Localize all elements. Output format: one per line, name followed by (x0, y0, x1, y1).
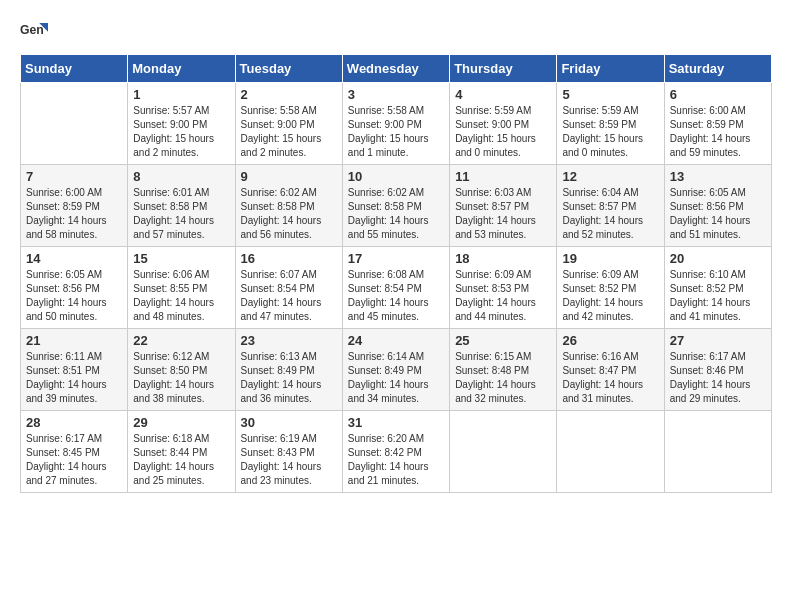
col-header-monday: Monday (128, 55, 235, 83)
day-cell: 1Sunrise: 5:57 AM Sunset: 9:00 PM Daylig… (128, 83, 235, 165)
day-cell: 2Sunrise: 5:58 AM Sunset: 9:00 PM Daylig… (235, 83, 342, 165)
day-number: 4 (455, 87, 551, 102)
day-info: Sunrise: 5:58 AM Sunset: 9:00 PM Dayligh… (348, 104, 444, 160)
day-number: 6 (670, 87, 766, 102)
day-number: 30 (241, 415, 337, 430)
day-cell: 31Sunrise: 6:20 AM Sunset: 8:42 PM Dayli… (342, 411, 449, 493)
day-cell: 12Sunrise: 6:04 AM Sunset: 8:57 PM Dayli… (557, 165, 664, 247)
day-number: 2 (241, 87, 337, 102)
day-cell: 20Sunrise: 6:10 AM Sunset: 8:52 PM Dayli… (664, 247, 771, 329)
day-cell: 5Sunrise: 5:59 AM Sunset: 8:59 PM Daylig… (557, 83, 664, 165)
day-number: 9 (241, 169, 337, 184)
day-info: Sunrise: 6:05 AM Sunset: 8:56 PM Dayligh… (670, 186, 766, 242)
day-info: Sunrise: 6:17 AM Sunset: 8:45 PM Dayligh… (26, 432, 122, 488)
day-number: 3 (348, 87, 444, 102)
col-header-friday: Friday (557, 55, 664, 83)
day-cell: 19Sunrise: 6:09 AM Sunset: 8:52 PM Dayli… (557, 247, 664, 329)
col-header-sunday: Sunday (21, 55, 128, 83)
day-cell: 25Sunrise: 6:15 AM Sunset: 8:48 PM Dayli… (450, 329, 557, 411)
day-info: Sunrise: 5:59 AM Sunset: 8:59 PM Dayligh… (562, 104, 658, 160)
day-cell: 17Sunrise: 6:08 AM Sunset: 8:54 PM Dayli… (342, 247, 449, 329)
day-number: 28 (26, 415, 122, 430)
day-cell (450, 411, 557, 493)
day-cell: 24Sunrise: 6:14 AM Sunset: 8:49 PM Dayli… (342, 329, 449, 411)
day-cell: 9Sunrise: 6:02 AM Sunset: 8:58 PM Daylig… (235, 165, 342, 247)
day-number: 29 (133, 415, 229, 430)
day-info: Sunrise: 5:59 AM Sunset: 9:00 PM Dayligh… (455, 104, 551, 160)
day-cell: 22Sunrise: 6:12 AM Sunset: 8:50 PM Dayli… (128, 329, 235, 411)
day-info: Sunrise: 6:02 AM Sunset: 8:58 PM Dayligh… (348, 186, 444, 242)
day-number: 1 (133, 87, 229, 102)
day-cell: 30Sunrise: 6:19 AM Sunset: 8:43 PM Dayli… (235, 411, 342, 493)
day-cell: 6Sunrise: 6:00 AM Sunset: 8:59 PM Daylig… (664, 83, 771, 165)
day-number: 14 (26, 251, 122, 266)
day-info: Sunrise: 6:10 AM Sunset: 8:52 PM Dayligh… (670, 268, 766, 324)
day-number: 26 (562, 333, 658, 348)
day-cell: 15Sunrise: 6:06 AM Sunset: 8:55 PM Dayli… (128, 247, 235, 329)
col-header-wednesday: Wednesday (342, 55, 449, 83)
day-number: 19 (562, 251, 658, 266)
day-cell: 27Sunrise: 6:17 AM Sunset: 8:46 PM Dayli… (664, 329, 771, 411)
day-info: Sunrise: 6:00 AM Sunset: 8:59 PM Dayligh… (670, 104, 766, 160)
day-cell: 10Sunrise: 6:02 AM Sunset: 8:58 PM Dayli… (342, 165, 449, 247)
header: Gen (20, 16, 772, 44)
day-cell: 28Sunrise: 6:17 AM Sunset: 8:45 PM Dayli… (21, 411, 128, 493)
day-info: Sunrise: 6:20 AM Sunset: 8:42 PM Dayligh… (348, 432, 444, 488)
day-cell: 18Sunrise: 6:09 AM Sunset: 8:53 PM Dayli… (450, 247, 557, 329)
day-info: Sunrise: 6:09 AM Sunset: 8:53 PM Dayligh… (455, 268, 551, 324)
day-cell: 14Sunrise: 6:05 AM Sunset: 8:56 PM Dayli… (21, 247, 128, 329)
col-header-tuesday: Tuesday (235, 55, 342, 83)
week-row-2: 7Sunrise: 6:00 AM Sunset: 8:59 PM Daylig… (21, 165, 772, 247)
day-info: Sunrise: 6:09 AM Sunset: 8:52 PM Dayligh… (562, 268, 658, 324)
day-cell: 4Sunrise: 5:59 AM Sunset: 9:00 PM Daylig… (450, 83, 557, 165)
day-info: Sunrise: 6:06 AM Sunset: 8:55 PM Dayligh… (133, 268, 229, 324)
day-info: Sunrise: 5:58 AM Sunset: 9:00 PM Dayligh… (241, 104, 337, 160)
day-number: 24 (348, 333, 444, 348)
day-number: 10 (348, 169, 444, 184)
day-cell: 7Sunrise: 6:00 AM Sunset: 8:59 PM Daylig… (21, 165, 128, 247)
day-info: Sunrise: 6:07 AM Sunset: 8:54 PM Dayligh… (241, 268, 337, 324)
day-info: Sunrise: 5:57 AM Sunset: 9:00 PM Dayligh… (133, 104, 229, 160)
day-number: 20 (670, 251, 766, 266)
calendar-table: SundayMondayTuesdayWednesdayThursdayFrid… (20, 54, 772, 493)
svg-text:Gen: Gen (20, 23, 44, 37)
day-cell: 13Sunrise: 6:05 AM Sunset: 8:56 PM Dayli… (664, 165, 771, 247)
day-cell: 29Sunrise: 6:18 AM Sunset: 8:44 PM Dayli… (128, 411, 235, 493)
col-header-saturday: Saturday (664, 55, 771, 83)
day-info: Sunrise: 6:15 AM Sunset: 8:48 PM Dayligh… (455, 350, 551, 406)
day-info: Sunrise: 6:05 AM Sunset: 8:56 PM Dayligh… (26, 268, 122, 324)
day-info: Sunrise: 6:18 AM Sunset: 8:44 PM Dayligh… (133, 432, 229, 488)
day-info: Sunrise: 6:00 AM Sunset: 8:59 PM Dayligh… (26, 186, 122, 242)
day-info: Sunrise: 6:13 AM Sunset: 8:49 PM Dayligh… (241, 350, 337, 406)
day-cell (21, 83, 128, 165)
day-number: 5 (562, 87, 658, 102)
day-cell (664, 411, 771, 493)
header-row: SundayMondayTuesdayWednesdayThursdayFrid… (21, 55, 772, 83)
day-number: 13 (670, 169, 766, 184)
day-number: 21 (26, 333, 122, 348)
day-number: 7 (26, 169, 122, 184)
day-info: Sunrise: 6:02 AM Sunset: 8:58 PM Dayligh… (241, 186, 337, 242)
logo-icon: Gen (20, 16, 48, 44)
day-number: 8 (133, 169, 229, 184)
day-cell: 8Sunrise: 6:01 AM Sunset: 8:58 PM Daylig… (128, 165, 235, 247)
day-number: 22 (133, 333, 229, 348)
day-info: Sunrise: 6:03 AM Sunset: 8:57 PM Dayligh… (455, 186, 551, 242)
day-number: 27 (670, 333, 766, 348)
day-cell: 16Sunrise: 6:07 AM Sunset: 8:54 PM Dayli… (235, 247, 342, 329)
day-number: 11 (455, 169, 551, 184)
day-info: Sunrise: 6:14 AM Sunset: 8:49 PM Dayligh… (348, 350, 444, 406)
day-info: Sunrise: 6:19 AM Sunset: 8:43 PM Dayligh… (241, 432, 337, 488)
day-number: 25 (455, 333, 551, 348)
day-cell: 26Sunrise: 6:16 AM Sunset: 8:47 PM Dayli… (557, 329, 664, 411)
day-info: Sunrise: 6:12 AM Sunset: 8:50 PM Dayligh… (133, 350, 229, 406)
day-info: Sunrise: 6:16 AM Sunset: 8:47 PM Dayligh… (562, 350, 658, 406)
day-number: 12 (562, 169, 658, 184)
week-row-5: 28Sunrise: 6:17 AM Sunset: 8:45 PM Dayli… (21, 411, 772, 493)
day-cell: 21Sunrise: 6:11 AM Sunset: 8:51 PM Dayli… (21, 329, 128, 411)
day-number: 18 (455, 251, 551, 266)
week-row-1: 1Sunrise: 5:57 AM Sunset: 9:00 PM Daylig… (21, 83, 772, 165)
day-number: 16 (241, 251, 337, 266)
day-cell: 3Sunrise: 5:58 AM Sunset: 9:00 PM Daylig… (342, 83, 449, 165)
week-row-4: 21Sunrise: 6:11 AM Sunset: 8:51 PM Dayli… (21, 329, 772, 411)
